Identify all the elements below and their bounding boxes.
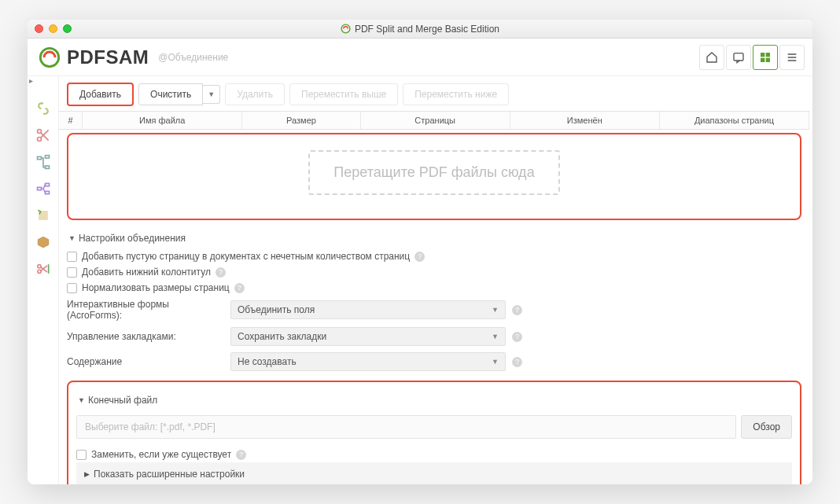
svg-rect-2	[734, 53, 743, 60]
toc-select-value: Не создавать	[238, 356, 297, 367]
help-icon[interactable]: ?	[216, 267, 226, 278]
clear-button[interactable]: Очистить	[138, 83, 203, 105]
bookmarks-label: Управление закладками:	[67, 331, 224, 342]
main-content: Добавить Очистить ▼ Удалить Переместить …	[59, 76, 812, 484]
titlebar: PDF Split and Merge Basic Edition	[28, 20, 812, 39]
app-icon	[341, 24, 351, 34]
help-icon[interactable]: ?	[512, 357, 522, 367]
sidebar-toggle[interactable]: ▸	[29, 76, 33, 85]
mix-icon	[35, 181, 51, 197]
col-modified: Изменён	[510, 112, 660, 129]
clear-dropdown[interactable]: ▼	[203, 85, 220, 104]
svg-rect-3	[761, 53, 764, 57]
tool-sidebar: ▸	[28, 76, 59, 484]
news-button[interactable]	[726, 45, 751, 70]
scissors-icon	[35, 127, 51, 143]
output-section-highlight: Конечный файл Выберите файл: [*.pdf, *.P…	[67, 381, 801, 484]
extract-icon	[35, 234, 51, 250]
col-range: Диапазоны страниц	[660, 112, 809, 129]
opt-footer-row: Добавить нижний колонтитул ?	[67, 264, 801, 280]
opt-normalize-row: Нормализовать размеры страниц ?	[67, 280, 801, 296]
output-header[interactable]: Конечный файл	[76, 390, 792, 410]
sidebar-item-split-bookmarks[interactable]	[33, 152, 53, 172]
footer-label: Добавить нижний колонтитул	[82, 267, 211, 278]
window-title: PDF Split and Merge Basic Edition	[28, 24, 812, 35]
output-file-placeholder: Выберите файл: [*.pdf, *.PDF]	[85, 421, 216, 432]
forms-select-value: Объединить поля	[238, 304, 315, 315]
help-icon[interactable]: ?	[236, 450, 246, 460]
header-icons	[699, 45, 805, 70]
svg-point-0	[341, 24, 350, 33]
svg-rect-6	[766, 57, 770, 61]
move-down-button[interactable]: Переместить ниже	[403, 83, 509, 105]
toc-label: Содержание	[67, 356, 224, 367]
output-file-field[interactable]: Выберите файл: [*.pdf, *.PDF]	[76, 415, 736, 439]
home-button[interactable]	[699, 45, 724, 70]
brand-context: @Объединение	[158, 52, 228, 63]
merge-settings-section: Настройки объединения Добавить пустую ст…	[67, 228, 801, 374]
modules-button[interactable]	[753, 45, 778, 70]
bookmarks-row: Управление закладками: Сохранить закладк…	[67, 324, 801, 349]
modules-icon	[759, 51, 772, 64]
help-icon[interactable]: ?	[512, 332, 522, 342]
split-tree-icon	[35, 154, 51, 170]
rotate-icon	[35, 208, 51, 223]
svg-rect-5	[761, 57, 764, 61]
bookmarks-select-value: Сохранить закладки	[238, 331, 326, 342]
home-icon	[706, 51, 718, 64]
footer-checkbox[interactable]	[67, 267, 77, 278]
sidebar-item-alternate-mix[interactable]	[33, 178, 53, 199]
message-icon	[732, 51, 745, 64]
normalize-checkbox[interactable]	[67, 283, 77, 293]
app-body: ▸ Доб	[28, 76, 812, 484]
sidebar-item-split-size[interactable]	[33, 259, 53, 279]
merge-settings-header[interactable]: Настройки объединения	[67, 228, 801, 248]
bookmarks-select[interactable]: Сохранить закладки ▼	[230, 327, 506, 346]
forms-select[interactable]: Объединить поля ▼	[230, 300, 506, 319]
brand-name: PDFSAM	[67, 46, 149, 68]
file-dropzone[interactable]: Перетащите PDF файлы сюда	[308, 150, 560, 195]
col-pages: Страницы	[361, 112, 510, 129]
chain-icon	[35, 101, 51, 116]
sidebar-item-merge[interactable]	[33, 98, 53, 119]
help-icon[interactable]: ?	[414, 252, 425, 262]
overwrite-row: Заменить, если уже существует ?	[76, 447, 792, 462]
normalize-label: Нормализовать размеры страниц	[82, 282, 230, 293]
app-header: PDFSAM @Объединение	[28, 39, 812, 76]
sidebar-item-split[interactable]	[33, 125, 53, 145]
help-icon[interactable]: ?	[512, 305, 522, 315]
output-file-row: Выберите файл: [*.pdf, *.PDF] Обзор	[76, 415, 792, 439]
app-window: PDF Split and Merge Basic Edition PDFSAM…	[28, 20, 812, 484]
output-title: Конечный файл	[88, 395, 157, 406]
add-blank-checkbox[interactable]	[67, 252, 77, 262]
sidebar-item-extract[interactable]	[33, 232, 53, 252]
file-table-header: # Имя файла Размер Страницы Изменён Диап…	[59, 111, 809, 130]
col-number: #	[59, 112, 83, 129]
help-icon[interactable]: ?	[234, 283, 245, 293]
browse-button[interactable]: Обзор	[741, 415, 792, 439]
brand-logo-icon	[39, 46, 61, 68]
scissors-ruler-icon	[35, 261, 51, 277]
chevron-down-icon: ▼	[492, 333, 499, 340]
menu-button[interactable]	[779, 45, 805, 70]
svg-rect-4	[766, 53, 770, 57]
sidebar-item-rotate[interactable]	[33, 205, 53, 226]
add-blank-label: Добавить пустую страницу в документах с …	[82, 251, 410, 262]
svg-rect-17	[37, 187, 41, 189]
opt-add-blank-row: Добавить пустую страницу в документах с …	[67, 248, 801, 264]
col-size: Размер	[242, 112, 360, 129]
advanced-label: Показать расширенные настройки	[94, 469, 245, 480]
advanced-toggle[interactable]: Показать расширенные настройки	[76, 462, 792, 484]
move-up-button[interactable]: Переместить выше	[289, 83, 398, 105]
svg-rect-15	[45, 156, 49, 158]
delete-button[interactable]: Удалить	[225, 83, 285, 105]
toc-select[interactable]: Не создавать ▼	[230, 352, 506, 371]
add-button[interactable]: Добавить	[67, 83, 134, 106]
clear-button-group: Очистить ▼	[138, 83, 220, 105]
brand: PDFSAM @Объединение	[39, 46, 228, 68]
file-toolbar: Добавить Очистить ▼ Удалить Переместить …	[59, 76, 809, 111]
chevron-down-icon: ▼	[492, 358, 499, 366]
overwrite-checkbox[interactable]	[76, 450, 87, 460]
svg-rect-18	[45, 183, 49, 186]
dropzone-highlight: Перетащите PDF файлы сюда	[67, 133, 801, 220]
